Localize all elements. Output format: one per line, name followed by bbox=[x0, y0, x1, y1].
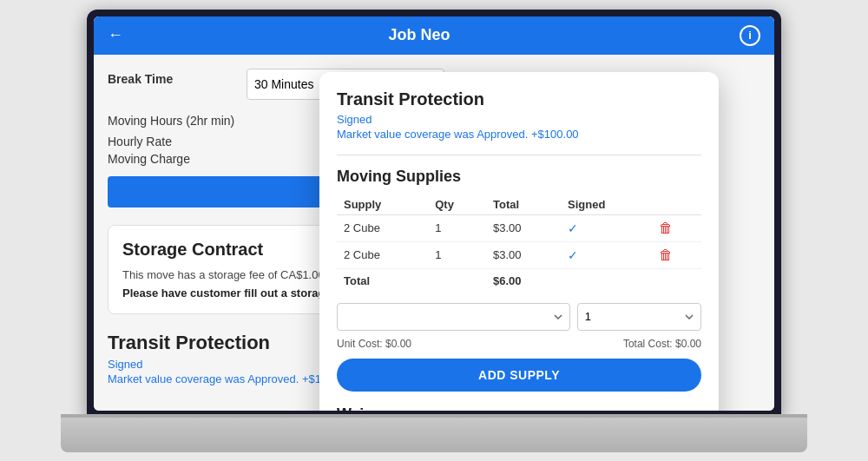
table-row: 2 Cube 1 $3.00 ✓ 🗑 bbox=[337, 214, 701, 241]
col-action bbox=[652, 194, 701, 215]
col-total: Total bbox=[486, 194, 561, 215]
total-value: $6.00 bbox=[486, 268, 561, 293]
info-icon[interactable]: i bbox=[740, 25, 760, 46]
supply-qty-1: 1 bbox=[428, 214, 486, 241]
modal-transit-title: Transit Protection bbox=[337, 89, 701, 109]
check-icon-2: ✓ bbox=[568, 248, 578, 262]
supply-dropdown[interactable] bbox=[337, 303, 570, 331]
moving-supplies-title: Moving Supplies bbox=[337, 168, 701, 186]
check-icon-1: ✓ bbox=[568, 221, 578, 235]
table-row: 2 Cube 1 $3.00 ✓ 🗑 bbox=[337, 241, 701, 268]
supply-total-row: Total $6.00 bbox=[337, 268, 701, 293]
supply-delete-1[interactable]: 🗑 bbox=[652, 214, 701, 241]
supply-total-2: $3.00 bbox=[486, 241, 561, 268]
divider bbox=[337, 155, 701, 155]
modal-transit-market-value: Market value coverage was Approved. +$10… bbox=[337, 128, 701, 141]
top-bar: ← Job Neo i bbox=[94, 16, 774, 55]
qty-dropdown[interactable]: 1 2 3 bbox=[577, 303, 701, 331]
total-action-blank bbox=[652, 268, 701, 293]
laptop-base bbox=[61, 418, 807, 452]
supply-total-1: $3.00 bbox=[486, 214, 561, 241]
back-button[interactable]: ← bbox=[108, 26, 123, 44]
supply-table: Supply Qty Total Signed 2 Cube bbox=[337, 194, 701, 293]
supply-name-2: 2 Cube bbox=[337, 241, 428, 268]
modal-transit-signed: Signed bbox=[337, 113, 701, 126]
supply-select-row: 1 2 3 bbox=[337, 303, 701, 331]
col-qty: Qty bbox=[428, 194, 486, 215]
total-label: Total bbox=[337, 268, 428, 293]
modal-panel: Transit Protection Signed Market value c… bbox=[319, 72, 719, 411]
supply-qty-2: 1 bbox=[428, 241, 486, 268]
cost-row: Unit Cost: $0.00 Total Cost: $0.00 bbox=[337, 338, 701, 350]
supply-signed-2: ✓ bbox=[561, 241, 652, 268]
supply-name-1: 2 Cube bbox=[337, 214, 428, 241]
supply-signed-1: ✓ bbox=[561, 214, 652, 241]
moving-hours-label: Moving Hours (2hr min) bbox=[108, 114, 234, 128]
content-area: Break Time 30 Minutes None 15 Minutes 45… bbox=[94, 55, 774, 411]
waivers-title: Waivers bbox=[337, 405, 701, 411]
total-cost-label: Total Cost: $0.00 bbox=[623, 338, 701, 350]
unit-cost-label: Unit Cost: $0.00 bbox=[337, 338, 411, 350]
break-time-label: Break Time bbox=[108, 72, 247, 86]
col-signed: Signed bbox=[561, 194, 652, 215]
total-signed-blank bbox=[561, 268, 652, 293]
delete-icon-2[interactable]: 🗑 bbox=[659, 247, 673, 262]
add-supply-button[interactable]: ADD SUPPLY bbox=[337, 359, 701, 392]
app-title: Job Neo bbox=[134, 26, 705, 44]
total-blank bbox=[428, 268, 486, 293]
delete-icon-1[interactable]: 🗑 bbox=[659, 221, 673, 235]
supply-delete-2[interactable]: 🗑 bbox=[652, 241, 701, 268]
col-supply: Supply bbox=[337, 194, 428, 215]
